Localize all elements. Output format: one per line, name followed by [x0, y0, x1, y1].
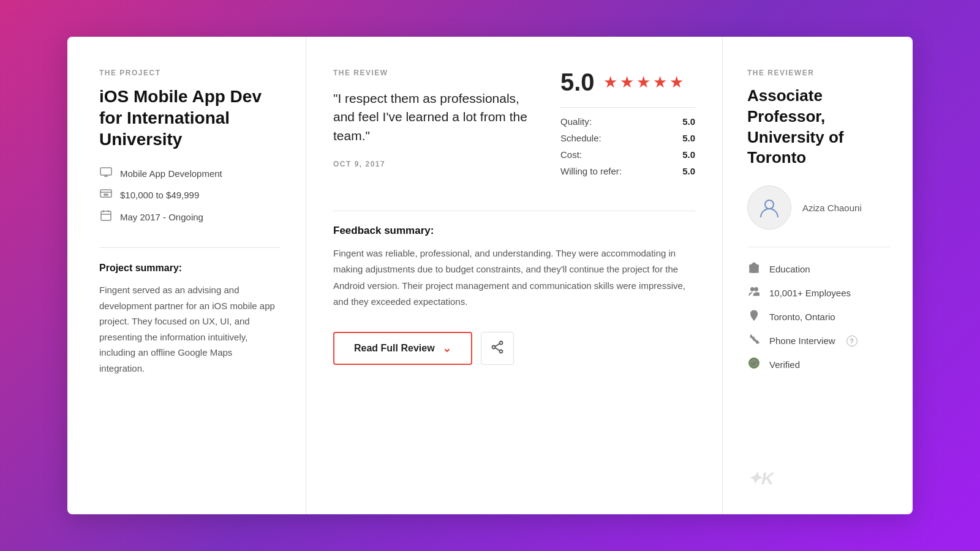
summary-title: Project summary: — [99, 263, 280, 274]
verified-text: Verified — [769, 359, 800, 370]
feedback-title: Feedback summary: — [333, 225, 695, 237]
reviewer-details: Education 10,001+ Employees — [747, 262, 891, 372]
project-panel: THE PROJECT iOS Mobile App Dev for Inter… — [67, 37, 306, 514]
quote-text: "I respect them as professionals, and fe… — [333, 89, 538, 145]
svg-point-12 — [499, 350, 502, 353]
detail-location: Toronto, Ontario — [747, 310, 891, 324]
svg-rect-3 — [100, 190, 111, 197]
review-panel: THE REVIEW "I respect them as profession… — [306, 37, 723, 514]
detail-phone-interview: Phone Interview ? — [747, 334, 891, 348]
svg-rect-6 — [101, 211, 111, 220]
svg-point-10 — [499, 341, 502, 344]
building-icon — [747, 262, 761, 276]
meta-items: Mobile App Development $10,000 to $49,99… — [99, 167, 280, 224]
meta-date-text: May 2017 - Ongoing — [120, 212, 203, 222]
avatar — [747, 186, 791, 230]
cost-val: 5.0 — [682, 149, 695, 160]
rating-divider — [560, 107, 695, 108]
help-icon: ? — [846, 335, 858, 347]
star-5: ★ — [669, 73, 684, 92]
svg-rect-17 — [753, 269, 755, 272]
quality-label: Quality: — [560, 116, 592, 127]
reviewer-profile: Aziza Chaouni — [747, 186, 891, 230]
meta-date: May 2017 - Ongoing — [99, 210, 280, 224]
phone-interview-text: Phone Interview — [769, 335, 835, 346]
rating-cost: Cost: 5.0 — [560, 149, 695, 160]
monitor-icon — [99, 167, 113, 180]
middle-divider — [333, 211, 695, 211]
project-section-label: THE PROJECT — [99, 69, 280, 77]
review-quote-section: THE REVIEW "I respect them as profession… — [333, 69, 538, 168]
svg-point-19 — [755, 288, 758, 291]
rating-score-row: 5.0 ★ ★ ★ ★ ★ — [560, 69, 695, 96]
watermark: ✦K — [747, 456, 891, 489]
svg-line-14 — [495, 348, 499, 351]
review-date: OCT 9, 2017 — [333, 160, 538, 168]
svg-point-11 — [492, 345, 495, 348]
star-2: ★ — [620, 73, 634, 92]
svg-rect-0 — [100, 168, 111, 175]
rating-box: 5.0 ★ ★ ★ ★ ★ Quality: 5.0 — [560, 69, 695, 176]
detail-verified: Verified — [747, 358, 891, 372]
reviewer-panel: THE REVIEWER Associate Professor, Univer… — [723, 37, 913, 514]
meta-service: Mobile App Development — [99, 167, 280, 180]
budget-icon — [99, 189, 113, 201]
rating-schedule: Schedule: 5.0 — [560, 133, 695, 143]
reviewer-section-label: THE REVIEWER — [747, 69, 891, 77]
star-1: ★ — [603, 73, 617, 92]
schedule-label: Schedule: — [560, 133, 601, 143]
read-review-label: Read Full Review — [354, 343, 435, 354]
check-icon — [747, 358, 761, 372]
stars: ★ ★ ★ ★ ★ — [603, 73, 684, 92]
review-card: THE PROJECT iOS Mobile App Dev for Inter… — [67, 37, 913, 514]
people-icon — [747, 286, 761, 300]
education-text: Education — [769, 264, 810, 274]
rating-quality: Quality: 5.0 — [560, 116, 695, 127]
actions-row: Read Full Review ⌄ — [333, 332, 695, 365]
calendar-icon — [99, 210, 113, 224]
chevron-down-icon: ⌄ — [442, 342, 451, 355]
meta-service-text: Mobile App Development — [120, 168, 222, 179]
rating-rows: Quality: 5.0 Schedule: 5.0 Cost: 5.0 Wil… — [560, 116, 695, 176]
refer-val: 5.0 — [682, 166, 695, 176]
meta-budget: $10,000 to $49,999 — [99, 189, 280, 201]
quality-val: 5.0 — [682, 116, 695, 127]
share-icon — [491, 340, 504, 357]
location-text: Toronto, Ontario — [769, 312, 835, 322]
schedule-val: 5.0 — [682, 133, 695, 143]
svg-line-13 — [495, 343, 499, 347]
star-4: ★ — [653, 73, 667, 92]
review-header: THE REVIEW "I respect them as profession… — [333, 69, 695, 176]
rating-refer: Willing to refer: 5.0 — [560, 166, 695, 176]
read-full-review-button[interactable]: Read Full Review ⌄ — [333, 332, 472, 365]
phone-icon — [747, 334, 761, 348]
review-section-label: THE REVIEW — [333, 69, 538, 77]
employees-text: 10,001+ Employees — [769, 288, 851, 298]
detail-education: Education — [747, 262, 891, 276]
star-3: ★ — [636, 73, 650, 92]
left-divider — [99, 247, 280, 248]
right-divider — [747, 247, 891, 247]
svg-point-15 — [765, 200, 774, 209]
svg-point-20 — [753, 313, 755, 315]
svg-rect-5 — [104, 194, 108, 195]
cost-label: Cost: — [560, 149, 582, 160]
feedback-text: Fingent was reliable, professional, and … — [333, 246, 695, 310]
svg-point-18 — [751, 288, 754, 291]
meta-budget-text: $10,000 to $49,999 — [120, 190, 199, 200]
reviewer-name: Aziza Chaouni — [802, 201, 862, 214]
detail-employees: 10,001+ Employees — [747, 286, 891, 300]
project-title: iOS Mobile App Dev for International Uni… — [99, 86, 280, 150]
k-watermark: ✦K — [747, 468, 774, 489]
rating-number: 5.0 — [560, 69, 595, 96]
share-button[interactable] — [481, 332, 514, 365]
location-icon — [747, 310, 761, 324]
summary-text: Fingent served as an advising and develo… — [99, 282, 280, 376]
reviewer-role: Associate Professor, University of Toron… — [747, 86, 891, 168]
refer-label: Willing to refer: — [560, 166, 622, 176]
